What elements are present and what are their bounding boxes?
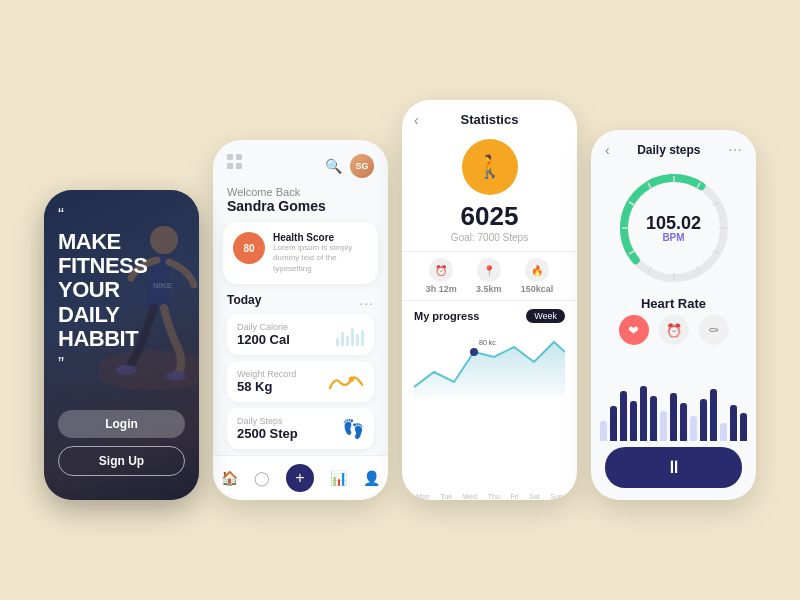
svg-point-5 bbox=[349, 376, 354, 381]
gauge-container: 105.02 BPM bbox=[614, 168, 734, 288]
nav-home[interactable]: 🏠 bbox=[221, 470, 238, 486]
nav-profile[interactable]: 👤 bbox=[363, 470, 380, 486]
screen1-buttons: Login Sign Up bbox=[58, 410, 185, 476]
bar-2 bbox=[610, 406, 617, 441]
screen4-back-button[interactable]: ‹ bbox=[605, 142, 610, 158]
location-icon: 📍 bbox=[477, 258, 501, 282]
search-icon[interactable]: 🔍 bbox=[325, 158, 342, 174]
progress-section: My progress Week bbox=[402, 309, 577, 500]
statistics-title: Statistics bbox=[461, 112, 519, 127]
login-button[interactable]: Login bbox=[58, 410, 185, 438]
daily-steps-title: Daily steps bbox=[637, 143, 700, 157]
time-icon: ⏰ bbox=[429, 258, 453, 282]
health-desc: Lorem ipsum is simply dummy text of the … bbox=[273, 243, 368, 274]
avatar[interactable]: SG bbox=[350, 154, 374, 178]
calorie-value: 1200 Cal bbox=[237, 332, 290, 347]
bar-6 bbox=[650, 396, 657, 441]
welcome-text: Welcome Back bbox=[227, 186, 374, 198]
fire-icon: 🔥 bbox=[525, 258, 549, 282]
weight-chart-icon bbox=[328, 371, 364, 393]
today-label: Today bbox=[227, 293, 261, 307]
weight-label: Weight Record bbox=[237, 369, 296, 379]
calorie-info: Daily Calorie 1200 Cal bbox=[237, 322, 290, 347]
heart-rate-label: Heart Rate bbox=[591, 296, 756, 311]
nav-add-button[interactable]: + bbox=[286, 464, 314, 492]
screen1-fitness-hero: NIKE “ MAKE FITNESS YOUR DAILY HABBIT ” … bbox=[44, 190, 199, 500]
bar-7 bbox=[660, 411, 667, 441]
bar-13 bbox=[720, 423, 727, 441]
area-chart-svg: 80 kc bbox=[414, 327, 565, 397]
screen3-statistics: ‹ Statistics 🚶 6025 Goal: 7000 Steps ⏰ 3… bbox=[402, 100, 577, 500]
bar-15 bbox=[740, 413, 747, 441]
svg-point-6 bbox=[470, 348, 478, 356]
chart-days: Mon Tue Wed Thu Fri Sat Sun bbox=[414, 493, 565, 500]
progress-header: My progress Week bbox=[414, 309, 565, 323]
week-selector[interactable]: Week bbox=[526, 309, 565, 323]
screen4-daily-steps: ‹ Daily steps ⋯ bbox=[591, 130, 756, 500]
fork-icon[interactable]: ⚰ bbox=[699, 315, 729, 345]
steps-value: 2500 Step bbox=[237, 426, 298, 441]
chart-day-tue: Tue bbox=[440, 493, 452, 500]
calorie-label: Daily Calorie bbox=[237, 322, 290, 332]
screen1-content: “ MAKE FITNESS YOUR DAILY HABBIT ” Login… bbox=[44, 190, 199, 500]
time-icon-hr[interactable]: ⏰ bbox=[659, 315, 689, 345]
distance-value: 3.5km bbox=[476, 284, 502, 294]
stat-distance: 📍 3.5km bbox=[476, 258, 502, 294]
health-card: 80 Health Score Lorem ipsum is simply du… bbox=[223, 222, 378, 284]
chart-day-sat: Sat bbox=[529, 493, 540, 500]
bar-5 bbox=[640, 386, 647, 441]
bottom-nav: 🏠 ◯ + 📊 👤 bbox=[213, 455, 388, 500]
bar-10 bbox=[690, 416, 697, 441]
user-name: Sandra Gomes bbox=[227, 198, 374, 214]
health-title: Health Score bbox=[273, 232, 368, 243]
chart-day-thu: Thu bbox=[488, 493, 500, 500]
health-card-text: Health Score Lorem ipsum is simply dummy… bbox=[273, 232, 368, 274]
weight-value: 58 Kg bbox=[237, 379, 296, 394]
pause-button[interactable]: ⏸ bbox=[605, 447, 742, 488]
bar-9 bbox=[680, 403, 687, 441]
stat-time: ⏰ 3h 12m bbox=[426, 258, 457, 294]
screen3-header: ‹ Statistics bbox=[402, 100, 577, 133]
step-count: 6025 bbox=[402, 201, 577, 232]
screens-container: NIKE “ MAKE FITNESS YOUR DAILY HABBIT ” … bbox=[24, 80, 776, 520]
time-value: 3h 12m bbox=[426, 284, 457, 294]
chart-day-mon: Mon bbox=[416, 493, 430, 500]
hr-icons-row: ❤ ⏰ ⚰ bbox=[591, 315, 756, 345]
mini-bar-chart bbox=[591, 353, 756, 441]
footprints-icon: 👣 bbox=[342, 418, 364, 440]
weight-info: Weight Record 58 Kg bbox=[237, 369, 296, 394]
today-more-icon[interactable]: ... bbox=[359, 292, 374, 308]
calories-value: 150kcal bbox=[521, 284, 554, 294]
today-section: Today ... Daily Calorie 1200 Cal bbox=[213, 292, 388, 455]
weight-card: Weight Record 58 Kg bbox=[227, 361, 374, 402]
step-goal: Goal: 7000 Steps bbox=[402, 232, 577, 243]
screen4-more-icon[interactable]: ⋯ bbox=[728, 142, 742, 158]
signup-button[interactable]: Sign Up bbox=[58, 446, 185, 476]
grid-icon[interactable] bbox=[227, 154, 243, 170]
screen2-header: 🔍 SG bbox=[213, 140, 388, 186]
chart-day-sun: Sun bbox=[551, 493, 563, 500]
step-circle: 🚶 bbox=[462, 139, 518, 195]
progress-label: My progress bbox=[414, 310, 479, 322]
quote-close-icon: ” bbox=[58, 355, 185, 373]
bpm-label: BPM bbox=[646, 232, 701, 243]
welcome-section: Welcome Back Sandra Gomes bbox=[213, 186, 388, 222]
screen1-headline: MAKE FITNESS YOUR DAILY HABBIT bbox=[58, 230, 185, 351]
bar-8 bbox=[670, 393, 677, 441]
nav-chart[interactable]: 📊 bbox=[330, 470, 347, 486]
nav-activity[interactable]: ◯ bbox=[254, 470, 270, 486]
chart-day-wed: Wed bbox=[463, 493, 477, 500]
screen4-header: ‹ Daily steps ⋯ bbox=[591, 130, 756, 164]
progress-chart: 80 kc bbox=[414, 327, 565, 491]
screen2-dashboard: 🔍 SG Welcome Back Sandra Gomes 80 Health… bbox=[213, 140, 388, 500]
chart-day-fri: Fri bbox=[510, 493, 518, 500]
steps-info: Daily Steps 2500 Step bbox=[237, 416, 298, 441]
bar-3 bbox=[620, 391, 627, 441]
calorie-card: Daily Calorie 1200 Cal bbox=[227, 314, 374, 355]
bar-4 bbox=[630, 401, 637, 441]
heart-icon[interactable]: ❤ bbox=[619, 315, 649, 345]
stats-row: ⏰ 3h 12m 📍 3.5km 🔥 150kcal bbox=[402, 251, 577, 301]
quote-open-icon: “ bbox=[58, 206, 185, 224]
back-button[interactable]: ‹ bbox=[414, 112, 419, 128]
bar-12 bbox=[710, 389, 717, 441]
